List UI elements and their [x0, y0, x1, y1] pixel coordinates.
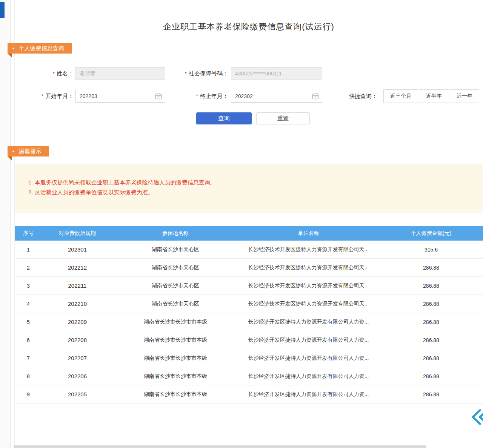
- cell-amount: 286.88: [379, 355, 483, 361]
- search-button[interactable]: 查询: [196, 112, 252, 124]
- cell-region: 湖南省长沙市天心区: [113, 282, 238, 289]
- cell-index: 9: [15, 391, 42, 397]
- table-row: 3 202211 湖南省长沙市天心区 长沙经济技术开发区捷特人力资源开发有限公司…: [15, 277, 483, 295]
- quick-last-half-year-button[interactable]: 近半年: [419, 89, 449, 103]
- results-table: 序号 对应费款所属期 参保地名称 单位名称 个人缴费金额(元) 1 202301…: [15, 226, 483, 404]
- tip-line-2: 2. 灵活就业人员的缴费单位信息以实际缴费为准。: [28, 187, 475, 197]
- footer-bar: [14, 445, 426, 448]
- section-badge-tips: • 温馨提示: [8, 146, 49, 156]
- table-header-row: 序号 对应费款所属期 参保地名称 单位名称 个人缴费金额(元): [15, 226, 483, 241]
- ssn-label: *社会保障号码：: [170, 67, 228, 80]
- panel-left-border: [14, 0, 15, 448]
- cell-period: 202211: [42, 282, 113, 289]
- end-month-field: [231, 90, 322, 103]
- section-badge-query-label: 个人缴费信息查询: [19, 45, 64, 52]
- cell-period: 202212: [42, 264, 113, 271]
- cell-company: 长沙经济技术开发区捷特人力资源开发有限公司天...: [238, 264, 379, 271]
- left-rail: [0, 0, 11, 448]
- cell-index: 6: [15, 337, 42, 343]
- cell-region: 湖南省长沙市长沙市市本级: [113, 391, 238, 398]
- cell-period: 202207: [42, 355, 113, 361]
- header-amount: 个人缴费金额(元): [379, 230, 483, 237]
- cell-region: 湖南省长沙市长沙市市本级: [113, 373, 238, 380]
- table-row: 2 202212 湖南省长沙市天心区 长沙经济技术开发区捷特人力资源开发有限公司…: [15, 259, 483, 277]
- page: 企业职工基本养老保险缴费信息查询(试运行) • 个人缴费信息查询 *姓名： *社…: [0, 0, 483, 448]
- end-month-input[interactable]: [231, 90, 322, 103]
- required-marker: *: [185, 71, 187, 77]
- quick-last-year-button[interactable]: 近一年: [450, 89, 479, 103]
- cell-period: 202301: [42, 246, 113, 253]
- cell-company: 长沙经济开发区捷特人力资源开发有限公司人力资...: [238, 337, 379, 344]
- cell-index: 5: [15, 319, 42, 325]
- start-month-label: *开始年月：: [32, 90, 74, 103]
- name-label: *姓名：: [38, 67, 74, 80]
- calendar-icon[interactable]: [155, 92, 162, 100]
- cell-company: 长沙经济开发区捷特人力资源开发有限公司人力资...: [238, 355, 379, 362]
- quick-query-group: 近三个月 近半年 近一年: [383, 89, 479, 103]
- calendar-icon[interactable]: [312, 92, 319, 100]
- cell-index: 4: [15, 301, 42, 307]
- cell-amount: 286.88: [379, 283, 483, 289]
- end-month-label: *终止年月：: [185, 90, 228, 103]
- cell-period: 202209: [42, 319, 113, 325]
- table-row: 1 202301 湖南省长沙市天心区 长沙经济技术开发区捷特人力资源开发有限公司…: [15, 241, 483, 259]
- start-month-field: [75, 90, 165, 103]
- header-period: 对应费款所属期: [42, 230, 113, 237]
- cell-company: 长沙经济开发区捷特人力资源开发有限公司人力资...: [238, 373, 379, 380]
- cell-amount: 286.88: [379, 391, 483, 397]
- section-badge-tips-label: 温馨提示: [19, 148, 42, 155]
- cell-period: 202206: [42, 373, 113, 379]
- tips-box: 1. 本服务仅提供尚未领取企业职工基本养老保险待遇人员的缴费信息查询。 2. 灵…: [15, 164, 483, 213]
- cell-region: 湖南省长沙市天心区: [113, 264, 238, 271]
- name-input[interactable]: [75, 67, 165, 80]
- table-row: 9 202205 湖南省长沙市长沙市市本级 长沙经济开发区捷特人力资源开发有限公…: [15, 385, 483, 404]
- reset-button[interactable]: 重置: [256, 112, 310, 124]
- tip-line-1: 1. 本服务仅提供尚未领取企业职工基本养老保险待遇人员的缴费信息查询。: [28, 178, 475, 187]
- cell-company: 长沙经济开发区捷特人力资源开发有限公司人力资...: [238, 391, 379, 398]
- double-left-chevron-icon[interactable]: [470, 409, 483, 425]
- required-marker: *: [196, 93, 198, 99]
- quick-last-3-months-button[interactable]: 近三个月: [383, 89, 418, 103]
- cell-amount: 286.88: [379, 265, 483, 271]
- cell-index: 1: [15, 247, 42, 253]
- cell-region: 湖南省长沙市长沙市市本级: [113, 355, 238, 362]
- cell-company: 长沙经济技术开发区捷特人力资源开发有限公司天...: [238, 282, 379, 289]
- cell-period: 202205: [42, 391, 113, 397]
- rail-blue-marker: [0, 2, 5, 18]
- table-row: 4 202210 湖南省长沙市天心区 长沙经济技术开发区捷特人力资源开发有限公司…: [15, 295, 483, 313]
- cell-amount: 286.88: [379, 373, 483, 379]
- page-title: 企业职工基本养老保险缴费信息查询(试运行): [14, 21, 483, 32]
- cell-period: 202210: [42, 301, 113, 307]
- section-badge-query: • 个人缴费信息查询: [8, 43, 72, 54]
- cell-index: 7: [15, 355, 42, 361]
- start-month-input[interactable]: [75, 90, 165, 103]
- cell-amount: 286.88: [379, 337, 483, 343]
- cell-period: 202208: [42, 337, 113, 343]
- quick-query-label: 快捷查询：: [349, 90, 381, 103]
- header-index: 序号: [15, 230, 42, 237]
- cell-company: 长沙经济开发区捷特人力资源开发有限公司人力资...: [238, 319, 379, 325]
- cell-region: 湖南省长沙市长沙市市本级: [113, 319, 238, 325]
- table-row: 7 202207 湖南省长沙市长沙市市本级 长沙经济开发区捷特人力资源开发有限公…: [15, 349, 483, 367]
- bullet-icon: •: [12, 46, 14, 51]
- required-marker: *: [42, 93, 43, 99]
- cell-amount: 315.6: [379, 247, 483, 253]
- cell-company: 长沙经济技术开发区捷特人力资源开发有限公司天...: [238, 246, 379, 253]
- cell-index: 8: [15, 373, 42, 379]
- cell-index: 2: [15, 265, 42, 271]
- cell-amount: 286.88: [379, 301, 483, 307]
- cell-region: 湖南省长沙市长沙市市本级: [113, 337, 238, 344]
- cell-region: 湖南省长沙市天心区: [113, 301, 238, 307]
- bullet-icon: •: [12, 149, 14, 154]
- table-row: 5 202209 湖南省长沙市长沙市市本级 长沙经济开发区捷特人力资源开发有限公…: [15, 313, 483, 331]
- cell-index: 3: [15, 283, 42, 289]
- cell-region: 湖南省长沙市天心区: [113, 246, 238, 253]
- required-marker: *: [53, 71, 55, 77]
- table-row: 8 202206 湖南省长沙市长沙市市本级 长沙经济开发区捷特人力资源开发有限公…: [15, 367, 483, 385]
- cell-amount: 286.88: [379, 319, 483, 325]
- header-company: 单位名称: [238, 230, 379, 237]
- ssn-input[interactable]: [231, 67, 322, 80]
- table-body: 1 202301 湖南省长沙市天心区 长沙经济技术开发区捷特人力资源开发有限公司…: [15, 241, 483, 404]
- table-row: 6 202208 湖南省长沙市长沙市市本级 长沙经济开发区捷特人力资源开发有限公…: [15, 331, 483, 349]
- cell-company: 长沙经济技术开发区捷特人力资源开发有限公司天...: [238, 301, 379, 307]
